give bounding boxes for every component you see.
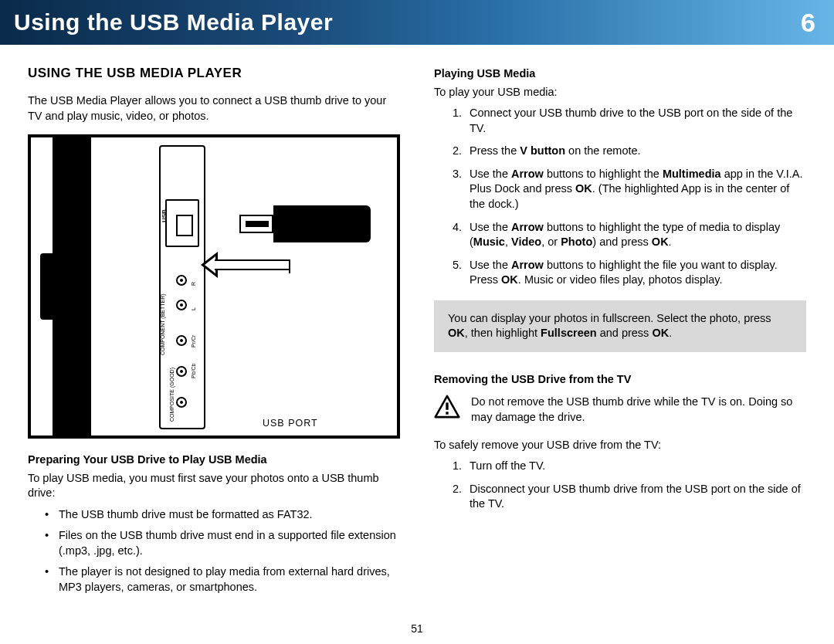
list-item: Use the Arrow buttons to highlight the f… — [465, 258, 806, 288]
list-item: Connect your USB thumb drive to the USB … — [465, 106, 806, 136]
jack-label-pr: Pr/Cr — [190, 335, 197, 347]
list-item: Turn off the TV. — [465, 459, 806, 474]
usb-label: USB — [161, 209, 169, 222]
chapter-title: Using the USB Media Player — [14, 9, 333, 36]
play-steps: Connect your USB thumb drive to the USB … — [434, 106, 806, 288]
prep-bullets: The USB thumb drive must be formatted as… — [28, 507, 400, 595]
chapter-number: 6 — [801, 8, 815, 38]
jack-label-l: L — [190, 307, 197, 310]
jack-label-pb: Pb/Cb — [190, 364, 197, 378]
jack-label-r: R — [190, 282, 197, 286]
right-column: Playing USB Media To play your USB media… — [434, 65, 806, 606]
list-item: Use the Arrow buttons to highlight the t… — [465, 220, 806, 250]
list-item: The player is not designed to play media… — [45, 564, 400, 595]
left-column: USING THE USB MEDIA PLAYER The USB Media… — [28, 65, 400, 606]
svg-rect-2 — [446, 412, 448, 415]
prep-subhead: Preparing Your USB Drive to Play USB Med… — [28, 452, 400, 468]
usb-drive-icon — [239, 205, 371, 242]
jack-l — [176, 300, 187, 310]
remove-steps: Turn off the TV. Disconnect your USB thu… — [434, 459, 806, 512]
prep-intro: To play USB media, you must first save y… — [28, 471, 400, 501]
page-body: USING THE USB MEDIA PLAYER The USB Media… — [0, 45, 834, 606]
section-heading: USING THE USB MEDIA PLAYER — [28, 65, 400, 83]
list-item: The USB thumb drive must be formatted as… — [45, 507, 400, 523]
jack-pb — [176, 366, 187, 377]
warning-row: Do not remove the USB thumb drive while … — [434, 395, 806, 425]
composite-label: COMPOSITE (GOOD) — [168, 368, 175, 422]
play-subhead: Playing USB Media — [434, 66, 806, 82]
component-label: COMPONENT (BETTER) — [159, 293, 166, 355]
usb-illustration: USB R L Pr/Cr Pb/Cb COMPONENT (BETTER) C… — [28, 134, 400, 439]
illustration-caption: USB PORT — [263, 417, 318, 430]
chapter-header: Using the USB Media Player 6 — [0, 0, 834, 45]
page-number: 51 — [0, 622, 834, 635]
tip-box: You can display your photos in fullscree… — [434, 300, 806, 352]
jack-r — [176, 275, 187, 286]
warning-text: Do not remove the USB thumb drive while … — [471, 395, 806, 425]
intro-text: The USB Media Player allows you to conne… — [28, 93, 400, 124]
list-item: Files on the USB thumb drive must end in… — [45, 528, 400, 558]
list-item: Use the Arrow buttons to highlight the M… — [465, 167, 806, 212]
tv-tab — [40, 253, 60, 320]
jack-pr — [176, 335, 187, 346]
usb-port-icon — [165, 199, 199, 247]
svg-rect-1 — [446, 403, 448, 410]
list-item: Disconnect your USB thumb drive from the… — [465, 482, 806, 512]
remove-intro: To safely remove your USB drive from the… — [434, 438, 806, 453]
port-panel — [159, 145, 205, 429]
list-item: Press the V button on the remote. — [465, 144, 806, 159]
play-intro: To play your USB media: — [434, 85, 806, 100]
jack-y — [176, 397, 187, 408]
warning-icon — [434, 395, 460, 423]
arrow-shaft — [215, 259, 289, 270]
remove-subhead: Removing the USB Drive from the TV — [434, 372, 806, 388]
